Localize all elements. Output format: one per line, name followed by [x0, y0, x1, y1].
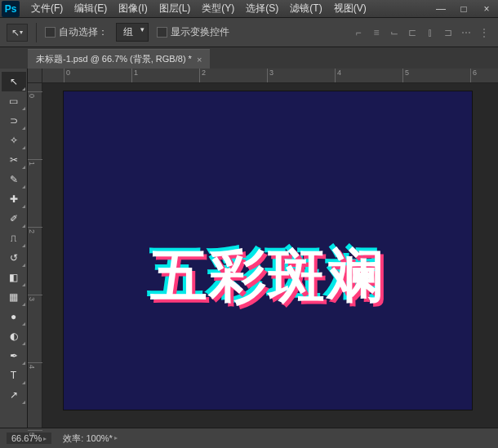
- eyedropper-tool[interactable]: ✎: [2, 170, 26, 189]
- status-bar: 66.67% 效率: 100%*: [0, 428, 498, 448]
- align-top-icon[interactable]: ⌐: [351, 25, 366, 40]
- document-tab[interactable]: 未标题-1.psd @ 66.7% (背景, RGB/8) * ×: [28, 49, 210, 69]
- move-tool[interactable]: ↖: [2, 72, 26, 91]
- ruler-tick: 0: [64, 69, 70, 83]
- ruler-tick: 3: [267, 69, 273, 83]
- eraser-tool[interactable]: ◧: [2, 268, 26, 287]
- lasso-tool[interactable]: ⊃: [2, 111, 26, 131]
- menu-item[interactable]: 类型(Y): [197, 0, 239, 17]
- active-tool-indicator[interactable]: ↖▾: [7, 24, 28, 42]
- distribute-h-icon[interactable]: ⋯: [459, 25, 474, 40]
- align-right-icon[interactable]: ⊐: [441, 25, 456, 40]
- ruler-tick: 6: [470, 69, 477, 83]
- auto-select-checkbox[interactable]: 自动选择：: [45, 25, 108, 39]
- ruler-tick: 1: [28, 159, 42, 166]
- ruler-tick: 3: [28, 295, 42, 301]
- app-logo: Ps: [2, 1, 20, 17]
- dodge-tool[interactable]: ◐: [2, 326, 26, 346]
- document-canvas[interactable]: 五彩斑斓 五彩斑斓 五彩斑斓: [64, 91, 472, 410]
- horizontal-ruler: 0123456: [42, 69, 498, 83]
- vertical-ruler: 012345: [28, 83, 42, 428]
- auto-select-label: 自动选择：: [59, 26, 108, 38]
- close-tab-icon[interactable]: ×: [197, 55, 202, 64]
- close-button[interactable]: ×: [475, 1, 498, 17]
- marquee-tool[interactable]: ▭: [2, 91, 26, 111]
- divider: [36, 23, 37, 42]
- canvas-text-layer: 五彩斑斓 五彩斑斓 五彩斑斓: [64, 238, 472, 315]
- efficiency-readout: 效率: 100%*: [63, 432, 118, 445]
- window-controls: — □ ×: [429, 1, 498, 17]
- menu-item[interactable]: 选择(S): [241, 0, 283, 17]
- menu-bar: 文件(F)编辑(E)图像(I)图层(L)类型(Y)选择(S)滤镜(T)视图(V): [26, 0, 429, 17]
- workspace: ↖▭⊃✧✂✎✚✐⎍↺◧▦●◐✒T↗ 0123456 012345 五彩斑斓 五彩…: [0, 69, 498, 428]
- tool-panel: ↖▭⊃✧✂✎✚✐⎍↺◧▦●◐✒T↗: [0, 69, 28, 428]
- minimize-button[interactable]: —: [429, 1, 452, 17]
- pen-tool[interactable]: ✒: [2, 346, 26, 366]
- ruler-tick: 5: [28, 430, 42, 437]
- title-bar: Ps 文件(F)编辑(E)图像(I)图层(L)类型(Y)选择(S)滤镜(T)视图…: [0, 0, 498, 18]
- magic-wand-tool[interactable]: ✧: [2, 131, 26, 150]
- menu-item[interactable]: 编辑(E): [69, 0, 112, 17]
- document-tab-title: 未标题-1.psd @ 66.7% (背景, RGB/8) *: [36, 53, 192, 65]
- menu-item[interactable]: 图层(L): [154, 0, 196, 17]
- ruler-tick: 1: [131, 69, 138, 83]
- menu-item[interactable]: 滤镜(T): [285, 0, 327, 17]
- show-transform-label: 显示变换控件: [171, 26, 229, 38]
- history-brush-tool[interactable]: ↺: [2, 248, 26, 268]
- show-transform-checkbox[interactable]: 显示变换控件: [157, 25, 229, 39]
- ruler-tick: 2: [28, 227, 42, 233]
- align-bottom-icon[interactable]: ⌙: [387, 25, 402, 40]
- gradient-tool[interactable]: ▦: [2, 287, 26, 307]
- ruler-tick: 2: [199, 69, 206, 83]
- menu-item[interactable]: 文件(F): [26, 0, 68, 17]
- efficiency-value: 100%*: [86, 433, 117, 443]
- ruler-tick: 0: [28, 91, 42, 98]
- distribute-v-icon[interactable]: ⋮: [477, 25, 491, 40]
- document-tabs: 未标题-1.psd @ 66.7% (背景, RGB/8) * ×: [0, 47, 498, 69]
- ruler-tick: 5: [402, 69, 409, 83]
- auto-select-target-dropdown[interactable]: 组: [116, 23, 149, 42]
- crop-tool[interactable]: ✂: [2, 150, 26, 170]
- align-left-icon[interactable]: ⊏: [405, 25, 420, 40]
- text-main: 五彩斑斓: [150, 244, 385, 308]
- path-select-tool[interactable]: ↗: [2, 385, 26, 405]
- maximize-button[interactable]: □: [452, 1, 475, 17]
- spot-heal-tool[interactable]: ✚: [2, 189, 26, 209]
- canvas-area: 0123456 012345 五彩斑斓 五彩斑斓 五彩斑斓: [28, 69, 498, 428]
- brush-tool[interactable]: ✐: [2, 209, 26, 228]
- clone-stamp-tool[interactable]: ⎍: [2, 228, 26, 248]
- ruler-tick: 4: [28, 362, 42, 369]
- ruler-corner: [28, 69, 42, 83]
- blur-tool[interactable]: ●: [2, 307, 26, 326]
- menu-item[interactable]: 图像(I): [113, 0, 152, 17]
- efficiency-label: 效率:: [63, 433, 83, 443]
- type-tool[interactable]: T: [2, 366, 26, 385]
- ruler-tick: 4: [335, 69, 341, 83]
- align-vcenter-icon[interactable]: ≡: [369, 25, 384, 40]
- menu-item[interactable]: 视图(V): [329, 0, 371, 17]
- options-bar: ↖▾ 自动选择： 组 显示变换控件 ⌐ ≡ ⌙ ⊏ ⫿ ⊐ ⋯ ⋮: [0, 18, 498, 47]
- align-hcenter-icon[interactable]: ⫿: [423, 25, 438, 40]
- alignment-toolbar: ⌐ ≡ ⌙ ⊏ ⫿ ⊐ ⋯ ⋮: [351, 25, 491, 40]
